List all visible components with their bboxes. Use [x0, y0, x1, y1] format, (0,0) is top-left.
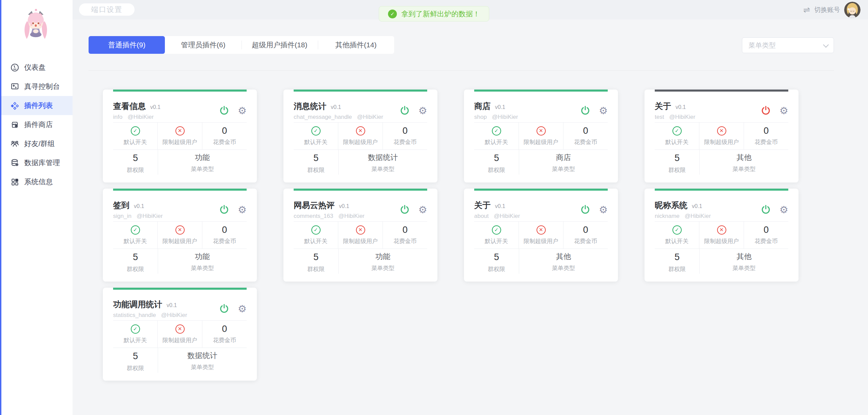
stat-default-switch: ✓ 默认开关: [294, 222, 338, 249]
stat-label: 花费金币: [574, 138, 597, 146]
power-toggle-button[interactable]: [760, 204, 771, 215]
sidebar-item-plugin-list[interactable]: 插件列表: [0, 96, 73, 115]
menu-type-value: 其他: [737, 154, 751, 162]
plugin-title: 关于: [655, 101, 671, 112]
stat-group-level: 5 群权限: [655, 249, 699, 282]
stat-limit-superuser: ✕ 限制超级用户: [157, 222, 202, 249]
plugin-title: 关于: [474, 200, 491, 211]
stat-label: 群权限: [668, 166, 686, 174]
card-title-block: 商店 v0.1 shop @HibiKier: [474, 101, 518, 121]
settings-gear-icon[interactable]: ⚙: [238, 205, 247, 215]
settings-gear-icon[interactable]: ⚙: [418, 106, 427, 116]
tab-normal-plugins[interactable]: 普通插件(9): [89, 36, 165, 54]
group-level-value: 5: [494, 154, 499, 163]
power-toggle-button[interactable]: [760, 105, 771, 116]
enabled-check-icon: ✓: [311, 126, 321, 135]
power-toggle-button[interactable]: [580, 105, 591, 116]
power-toggle-button[interactable]: [219, 303, 230, 314]
card-title-block: 网易云热评 v0.1 comments_163 @HibiKier: [294, 200, 365, 220]
card-stats-row1: ✓ 默认开关 ✕ 限制超级用户 0 花费金币: [474, 222, 608, 249]
settings-gear-icon[interactable]: ⚙: [779, 106, 788, 116]
stat-limit-superuser: ✕ 限制超级用户: [338, 123, 383, 149]
stat-default-switch: ✓ 默认开关: [474, 222, 518, 249]
settings-gear-icon[interactable]: ⚙: [418, 205, 427, 215]
stat-cost-gold: 0 花费金币: [563, 123, 608, 149]
plugin-title: 签到: [113, 200, 129, 211]
stat-default-switch: ✓ 默认开关: [294, 123, 338, 149]
avatar[interactable]: [844, 2, 861, 18]
power-toggle-button[interactable]: [399, 105, 410, 116]
stat-menu-type: 功能 菜单类型: [158, 150, 247, 175]
sidebar-item-console[interactable]: 真寻控制台: [0, 77, 73, 96]
plugin-author: @HibiKier: [685, 213, 711, 220]
port-settings-button[interactable]: 端口设置: [79, 3, 135, 16]
switch-account-button[interactable]: 切换账号: [814, 5, 840, 14]
card-header: 昵称系统 v0.1 nickname @HibiKier ⚙: [655, 189, 788, 222]
cost-gold-value: 0: [222, 324, 227, 334]
stat-cost-gold: 0 花费金币: [202, 123, 247, 149]
tab-admin-plugins[interactable]: 管理员插件(6): [165, 36, 241, 54]
stat-label: 默认开关: [665, 138, 688, 146]
card-title-block: 查看信息 v0.1 info @HibiKier: [113, 101, 160, 121]
cost-gold-value: 0: [583, 126, 588, 135]
stat-group-level: 5 群权限: [655, 150, 699, 182]
card-header: 关于 v0.1 test @HibiKier ⚙: [655, 90, 788, 123]
group-level-value: 5: [313, 253, 319, 262]
stat-menu-type: 功能 菜单类型: [158, 249, 247, 274]
stat-label: 限制超级用户: [162, 138, 197, 146]
cost-gold-value: 0: [763, 225, 769, 235]
power-toggle-button[interactable]: [580, 204, 591, 215]
sidebar-item-plugin-store[interactable]: 插件商店: [0, 115, 73, 134]
plugin-author: @HibiKier: [137, 213, 163, 220]
stat-label: 默认开关: [304, 237, 327, 245]
card-stats-row1: ✓ 默认开关 ✕ 限制超级用户 0 花费金币: [294, 123, 427, 149]
stat-group-level: 5 群权限: [294, 249, 338, 282]
stat-default-switch: ✓ 默认开关: [655, 123, 699, 149]
power-toggle-button[interactable]: [399, 204, 410, 215]
card-actions: ⚙: [399, 204, 427, 215]
sidebar-item-database[interactable]: 数据库管理: [0, 153, 73, 172]
menu-type-value: 其他: [737, 253, 751, 261]
settings-gear-icon[interactable]: ⚙: [599, 106, 608, 116]
group-level-value: 5: [133, 253, 138, 262]
plugin-module: about: [474, 213, 489, 220]
card-actions: ⚙: [580, 204, 608, 215]
sidebar-item-friends-groups[interactable]: 好友/群组: [0, 134, 73, 153]
tab-superuser-plugins[interactable]: 超级用户插件(18): [242, 36, 318, 54]
enabled-check-icon: ✓: [311, 225, 321, 235]
stat-label: 默认开关: [304, 138, 327, 146]
stat-cost-gold: 0 花费金币: [383, 123, 427, 149]
plugin-grid: 查看信息 v0.1 info @HibiKier ⚙ ✓ 默认开关: [103, 90, 799, 381]
grid-icon: [10, 177, 19, 187]
sidebar-item-label: 系统信息: [24, 177, 53, 187]
settings-gear-icon[interactable]: ⚙: [599, 205, 608, 215]
stat-group-level: 5 群权限: [474, 249, 519, 282]
card-stats-row1: ✓ 默认开关 ✕ 限制超级用户 0 花费金币: [474, 123, 608, 149]
menu-type-select[interactable]: 菜单类型: [742, 37, 834, 53]
power-toggle-button[interactable]: [219, 105, 230, 116]
group-level-value: 5: [494, 253, 499, 262]
sidebar-item-system-info[interactable]: 系统信息: [0, 172, 73, 191]
settings-gear-icon[interactable]: ⚙: [779, 205, 788, 215]
stat-label: 菜单类型: [191, 165, 214, 173]
sidebar-item-dashboard[interactable]: 仪表盘: [0, 58, 73, 77]
stat-default-switch: ✓ 默认开关: [474, 123, 518, 149]
tab-other-plugins[interactable]: 其他插件(14): [318, 36, 394, 54]
card-stats-row2: 5 群权限 数据统计 菜单类型: [294, 149, 427, 182]
plugin-title: 网易云热评: [294, 200, 335, 211]
stat-menu-type: 其他 菜单类型: [519, 249, 608, 274]
plugin-module: chat_message_handle: [294, 114, 352, 121]
stat-label: 菜单类型: [552, 264, 575, 272]
gauge-icon: [10, 63, 19, 72]
plugin-card: 查看信息 v0.1 info @HibiKier ⚙ ✓ 默认开关: [103, 90, 257, 182]
stat-label: 群权限: [307, 166, 325, 174]
settings-gear-icon[interactable]: ⚙: [238, 304, 247, 314]
enabled-check-icon: ✓: [131, 324, 140, 334]
plugin-author: @HibiKier: [494, 213, 520, 220]
disabled-cross-icon: ✕: [356, 225, 365, 235]
power-toggle-button[interactable]: [219, 204, 230, 215]
settings-gear-icon[interactable]: ⚙: [238, 106, 247, 116]
cost-gold-value: 0: [583, 225, 588, 235]
disabled-cross-icon: ✕: [717, 126, 726, 135]
enabled-check-icon: ✓: [492, 126, 501, 135]
